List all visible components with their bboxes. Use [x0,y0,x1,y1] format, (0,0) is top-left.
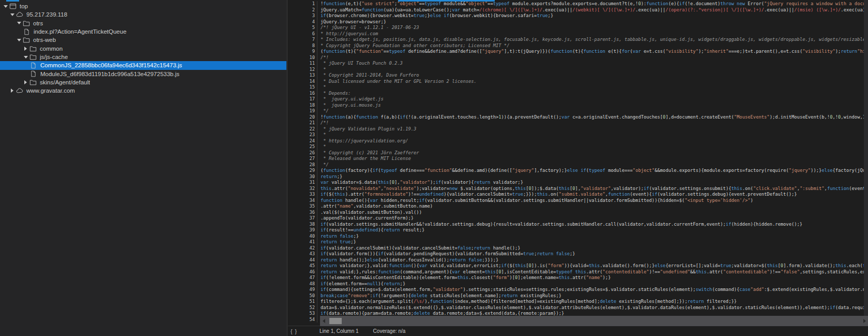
scroll-left-arrow-icon[interactable] [320,316,327,326]
scroll-right-arrow-icon[interactable] [861,316,868,326]
code-line[interactable]: 41return true;} [288,239,868,245]
code-line[interactable]: 34function handle(){var hidden,result;if… [288,198,868,204]
code-line[interactable]: 22 * jQuery Validation Plugin v1.19.3 [288,126,868,133]
code-line[interactable]: 17 * jquery.ui.widget.js [288,96,868,103]
code-line[interactable]: 36.val($(validator.submitButton).val()) [288,210,868,216]
code-line[interactable]: 24 * https://jqueryvalidation.org/ [288,138,868,144]
line-number[interactable]: 30 [288,174,317,180]
line-number[interactable]: 9 [288,49,317,55]
code-line[interactable]: 5/*! jQuery UI - v1.12.1 - 2017-06-23 [288,25,868,31]
line-number[interactable]: 24 [288,138,317,144]
code-line[interactable]: 4jQuery.browser=browser;} [288,19,868,25]
code-line[interactable]: 39if(result!==undefined){return result;} [288,227,868,233]
line-number[interactable]: 48 [288,281,317,287]
code-line[interactable]: 9(function(t){"function"==typeof define&… [288,49,868,55]
code-line[interactable]: 23 * [288,132,868,138]
line-number[interactable]: 19 [288,108,317,114]
code-line[interactable]: 29(function(factory){if(typeof define===… [288,168,868,174]
tree-item-www-gravatar-com[interactable]: www.gravatar.com [0,86,286,95]
chevron-right-icon[interactable] [23,46,29,51]
line-number[interactable]: 37 [288,215,317,222]
code-line[interactable]: 37.appendTo(validator.currentForm);} [288,215,868,222]
line-number[interactable]: 31 [288,180,317,186]
tree-item-commonjs-22858bbc06fa94ec6d343f1542c15473-js[interactable]: CommonJS_22858bbc06fa94ec6d343f1542c1547… [0,61,286,69]
code-line[interactable]: 42if(validator.cancelSubmit){validator.c… [288,245,868,252]
code-line[interactable]: 6* http://jqueryui.com [288,31,868,37]
code-line[interactable]: 25 * [288,144,868,150]
code-line[interactable]: 28 */ [288,162,868,168]
line-number[interactable]: 43 [288,251,317,257]
code-line[interactable]: 7* Includes: widget.js, position.js, dat… [288,37,868,43]
code-line[interactable]: 21/*! [288,120,868,126]
line-number[interactable]: 34 [288,198,317,204]
line-number[interactable]: 22 [288,126,317,133]
code-line[interactable]: 26 * Copyright (c) 2021 Jörn Zaefferer [288,150,868,156]
line-number[interactable]: 29 [288,168,317,174]
code-line[interactable]: 49if(command){settings=$.data(element.fo… [288,287,868,293]
chevron-down-icon[interactable] [17,21,23,26]
code-line[interactable]: 13 * Copyright 2011-2014, Dave Furfero [288,72,868,79]
code-line[interactable]: 40return false;} [288,233,868,240]
pretty-print-button[interactable]: { } [291,328,300,334]
line-number[interactable]: 44 [288,257,317,264]
line-number[interactable]: 16 [288,91,317,97]
line-number[interactable]: 35 [288,203,317,210]
line-number[interactable]: 8 [288,43,317,49]
code-line[interactable]: 2jQuery.uaMatch=function(ua){ua=ua.toLow… [288,7,868,13]
line-number[interactable]: 45 [288,263,317,269]
tree-item-js-js-cache[interactable]: js/js-cache [0,53,286,61]
code-line[interactable]: 3if(browser.chrome){browser.webkit=true;… [288,13,868,19]
code-line[interactable]: 12 * [288,67,868,73]
line-number[interactable]: 36 [288,210,317,216]
code-line[interactable]: 10/*! [288,55,868,61]
line-number[interactable]: 20 [288,114,317,121]
chevron-down-icon[interactable] [23,54,29,60]
line-number[interactable]: 17 [288,96,317,103]
code-line[interactable]: 43if(validator.form()){if(validator.pend… [288,251,868,257]
line-number[interactable]: 38 [288,222,317,228]
code-line[interactable]: 31var validator=$.data(this[0],"validato… [288,180,868,186]
tree-item-common[interactable]: common [0,45,286,53]
line-number[interactable]: 53 [288,311,317,317]
code-line[interactable]: 27 * Released under the MIT License [288,156,868,162]
line-number[interactable]: 41 [288,239,317,245]
chevron-down-icon[interactable] [17,37,23,42]
line-number[interactable]: 3 [288,13,317,19]
line-number[interactable]: 6 [288,31,317,37]
line-number[interactable]: 23 [288,132,317,138]
line-number[interactable]: 28 [288,162,317,168]
code-lines[interactable]: 1!function(e,t){"use strict";"object"==t… [288,1,868,323]
line-number[interactable]: 18 [288,103,317,109]
tree-item-skins-agent-default[interactable]: skins/Agent/default [0,78,286,86]
line-number[interactable]: 2 [288,7,317,13]
code-line[interactable]: 44return handle();}else{validator.focusI… [288,257,868,264]
code-line[interactable]: 14 * Dual licensed under the MIT or GPL … [288,79,868,85]
code-line[interactable]: 32this.attr("novalidate","novalidate");v… [288,186,868,192]
line-number[interactable]: 42 [288,245,317,252]
line-number[interactable]: 11 [288,61,317,67]
code-line[interactable]: 15 * [288,84,868,91]
code-line[interactable]: 52data=$.validator.normalizeRules($.exte… [288,305,868,311]
code-line[interactable]: 38if(validator.settings.submitHandler&&!… [288,222,868,228]
chevron-down-icon[interactable] [3,4,9,9]
code-line[interactable]: 45return validator;},valid:function(){va… [288,263,868,269]
vertical-scrollbar[interactable] [864,0,868,327]
code-line[interactable]: 48if(element.form==null){return;} [288,281,868,287]
line-number[interactable]: 1 [288,1,317,7]
code-line[interactable]: 51filtered={};$.each(argument.split(/\s/… [288,299,868,305]
code-line[interactable]: 8* Copyright jQuery Foundation and other… [288,43,868,49]
line-number[interactable]: 15 [288,84,317,91]
code-line[interactable]: 35.attr("name",validator.submitButton.na… [288,203,868,210]
code-line[interactable]: 30return;} [288,174,868,180]
line-number[interactable]: 39 [288,227,317,233]
line-number[interactable]: 47 [288,275,317,281]
line-number[interactable]: 32 [288,186,317,192]
scrollbar-thumb[interactable] [329,318,342,324]
line-number[interactable]: 12 [288,67,317,73]
line-number[interactable]: 52 [288,305,317,311]
line-number[interactable]: 10 [288,55,317,61]
line-number[interactable]: 5 [288,25,317,31]
tree-item-modulejs-d6f983d1191b1dc996a513e42972533b-js[interactable]: ModuleJS_d6f983d1191b1dc996a513e42972533… [0,70,286,78]
line-number[interactable]: 46 [288,269,317,275]
line-number[interactable]: 13 [288,72,317,79]
